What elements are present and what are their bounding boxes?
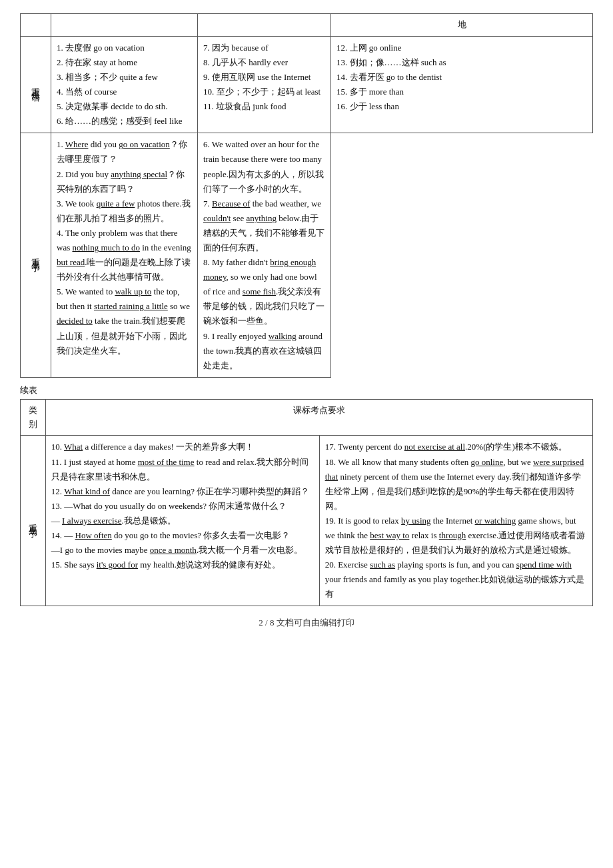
table1-row-sentences: 重点句子 1. Where did you go on vacation？你去哪… <box>21 133 593 378</box>
table2-label-sentences: 重点句子 <box>21 436 46 606</box>
table1-header-row: 地 <box>21 14 593 37</box>
xu-biao-label: 续表 <box>20 384 593 396</box>
table1-header-empty1 <box>21 14 51 37</box>
table2-th-standard: 课标考点要求 <box>45 399 592 436</box>
table2-th-category: 类别 <box>21 399 46 436</box>
table1: 地 重点短语 1. 去度假 go on vacation 2. 待在家 stay… <box>20 13 593 378</box>
table1-phrases-col1: 1. 去度假 go on vacation 2. 待在家 stay at hom… <box>51 36 198 133</box>
page-content: 地 重点短语 1. 去度假 go on vacation 2. 待在家 stay… <box>20 13 593 629</box>
table1-sentences-col1: 1. Where did you go on vacation？你去哪里度假了？… <box>51 133 198 378</box>
table1-phrases-col3: 12. 上网 go online 13. 例如；像……这样 such as 14… <box>331 36 593 133</box>
table1-label-phrases: 重点短语 <box>21 36 51 133</box>
table2-row-sentences: 重点句子 10. What a difference a day makes! … <box>21 436 593 606</box>
page-footer: 2 / 8 文档可自由编辑打印 <box>20 617 593 629</box>
table1-phrases-col2: 7. 因为 because of 8. 几乎从不 hardly ever 9. … <box>198 36 331 133</box>
table2: 类别 课标考点要求 重点句子 10. What a difference a d… <box>20 399 593 607</box>
table1-row-phrases: 重点短语 1. 去度假 go on vacation 2. 待在家 stay a… <box>21 36 593 133</box>
table1-sentences-col2: 6. We waited over an hour for the train … <box>198 133 331 378</box>
table2-sentences-col1: 10. What a difference a day makes! 一天的差异… <box>45 436 319 606</box>
table1-header-empty3 <box>198 14 331 37</box>
table1-header-di: 地 <box>331 14 593 37</box>
table1-header-empty2 <box>51 14 198 37</box>
table1-label-sentences: 重点句子 <box>21 133 51 378</box>
table2-sentences-col2: 17. Twenty percent do not exercise at al… <box>319 436 592 606</box>
table2-header: 类别 课标考点要求 <box>21 399 593 436</box>
